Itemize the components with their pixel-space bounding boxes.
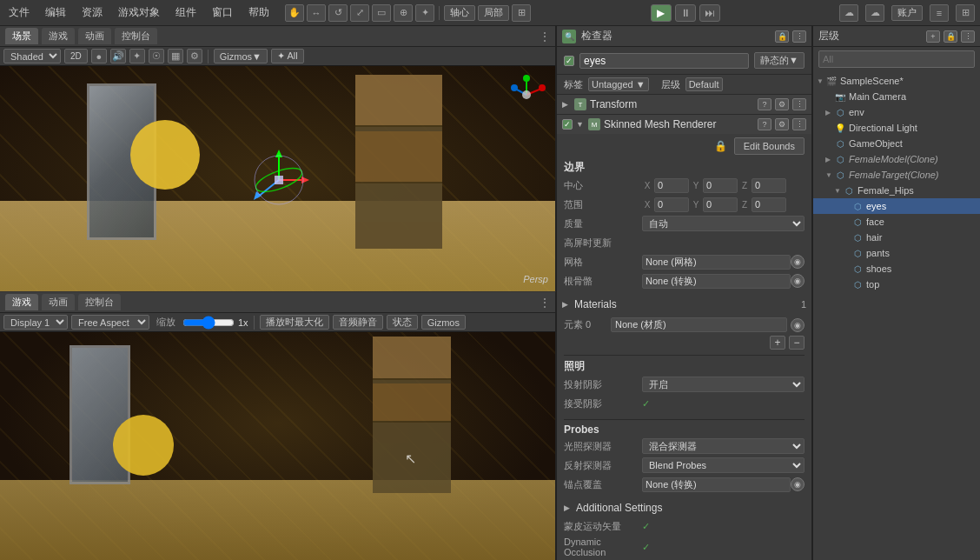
stats-toggle[interactable]: 状态 — [387, 315, 418, 330]
cloud-icon[interactable]: ☁ — [865, 4, 884, 22]
mute-audio[interactable]: 音频静音 — [333, 315, 383, 330]
lighting-toggle[interactable]: ● — [91, 49, 107, 63]
mat-element-value[interactable] — [611, 317, 787, 332]
game-gizmos[interactable]: Gizmos — [421, 315, 466, 330]
hierarchy-add[interactable]: + — [926, 30, 940, 43]
layer-dropdown[interactable]: Default — [685, 77, 723, 91]
remove-material-btn[interactable]: − — [789, 336, 805, 350]
hierarchy-gameobject[interactable]: ⬡ GameObject — [813, 136, 980, 151]
layers-icon[interactable]: ≡ — [930, 4, 949, 22]
transform-menu[interactable]: ⋮ — [792, 98, 806, 110]
hierarchy-env[interactable]: ▶ ⬡ env — [813, 104, 980, 120]
2d-toggle[interactable]: 2D — [64, 49, 88, 63]
move-tool[interactable]: ↔ — [307, 4, 326, 22]
mesh-picker[interactable]: ◉ — [791, 255, 805, 269]
center-y[interactable] — [703, 178, 738, 193]
hierarchy-pants[interactable]: ⬡ pants — [813, 245, 980, 261]
tab-game-main[interactable]: 游戏 — [5, 294, 38, 310]
layout-icon2[interactable]: ⊞ — [956, 4, 975, 22]
search-scene[interactable]: ⚙ — [187, 49, 202, 63]
active-checkbox[interactable]: ✓ — [564, 56, 574, 66]
all-filter[interactable]: ✦ All — [271, 49, 304, 63]
scene-menu-btn[interactable]: ⋮ — [540, 30, 550, 43]
object-name-input[interactable] — [579, 53, 749, 69]
menu-window[interactable]: 窗口 — [209, 3, 236, 22]
menu-file[interactable]: 文件 — [5, 3, 33, 22]
transform-help[interactable]: ? — [758, 98, 771, 110]
menu-help[interactable]: 帮助 — [245, 3, 273, 22]
quality-dropdown[interactable]: 自动 — [642, 216, 805, 231]
rotate-tool[interactable]: ↺ — [328, 4, 348, 22]
tab-game[interactable]: 游戏 — [42, 28, 75, 44]
smr-settings[interactable]: ⚙ — [775, 118, 789, 130]
pivot-toggle[interactable]: 轴心 — [444, 5, 475, 21]
add-material-btn[interactable]: + — [770, 336, 785, 350]
game-viewport[interactable]: ↖ — [0, 332, 555, 560]
maximize-on-play[interactable]: 播放时最大化 — [260, 315, 329, 330]
menu-gameobject[interactable]: 游戏对象 — [115, 3, 163, 22]
hierarchy-eyes[interactable]: ⬡ eyes — [813, 198, 980, 214]
reflection-probes-dropdown[interactable]: Blend Probes — [642, 457, 805, 473]
transform-header[interactable]: ▶ T Transform ? ⚙ ⋮ — [557, 95, 811, 114]
hierarchy-lock[interactable]: 🔒 — [944, 30, 957, 43]
hierarchy-scene-root[interactable]: ▼ 🎬 SampleScene* — [813, 73, 980, 89]
light-probes-dropdown[interactable]: 混合探测器 — [642, 438, 805, 454]
scene-viewport[interactable]: Persp — [0, 66, 555, 291]
hierarchy-top[interactable]: ⬡ top — [813, 277, 980, 292]
edit-bounds-btn[interactable]: Edit Bounds — [734, 137, 805, 155]
scale-tool[interactable]: ⤢ — [350, 4, 369, 22]
gizmos-dropdown[interactable]: Gizmos▼ — [214, 49, 268, 63]
menu-assets[interactable]: 资源 — [78, 3, 106, 22]
scale-slider[interactable] — [182, 317, 235, 328]
local-toggle[interactable]: 局部 — [478, 5, 509, 21]
step-button[interactable]: ⏭ — [699, 4, 720, 22]
smr-menu[interactable]: ⋮ — [792, 118, 806, 130]
inspector-lock[interactable]: 🔒 — [775, 30, 789, 43]
hierarchy-search[interactable] — [818, 50, 975, 68]
scene-visibility[interactable]: ☉ — [149, 49, 164, 63]
tab-anim[interactable]: 动画 — [42, 294, 75, 310]
hierarchy-shoes[interactable]: ⬡ shoes — [813, 261, 980, 277]
cast-shadows-dropdown[interactable]: 开启 — [642, 377, 805, 392]
hierarchy-female-hips[interactable]: ▼ ⬡ Female_Hips — [813, 183, 980, 198]
account-button[interactable]: 账户 — [891, 5, 923, 21]
grid-toggle[interactable]: ▦ — [168, 49, 183, 63]
pause-button[interactable]: ⏸ — [675, 4, 696, 22]
tab-scene[interactable]: 场景 — [5, 28, 38, 44]
transform-tool[interactable]: ⊕ — [394, 4, 413, 22]
hierarchy-main-camera[interactable]: 📷 Main Camera — [813, 89, 980, 104]
menu-edit[interactable]: 编辑 — [42, 3, 70, 22]
transform-settings[interactable]: ⚙ — [775, 98, 789, 110]
center-z[interactable] — [752, 178, 786, 193]
smr-help[interactable]: ? — [758, 118, 771, 130]
aspect-dropdown[interactable]: Free Aspect — [71, 315, 149, 330]
display-dropdown[interactable]: Display 1 — [3, 315, 68, 330]
root-bone-picker[interactable]: ◉ — [791, 274, 805, 288]
hierarchy-female-model[interactable]: ▶ ⬡ FemaleModel(Clone) — [813, 151, 980, 167]
additional-settings-header[interactable]: ▶ Additional Settings — [564, 498, 805, 517]
tag-dropdown[interactable]: Untagged ▼ — [588, 77, 649, 91]
extents-x[interactable] — [654, 197, 689, 212]
hierarchy-female-target[interactable]: ▼ ⬡ FemaleTarget(Clone) — [813, 167, 980, 183]
audio-toggle[interactable]: 🔊 — [110, 49, 126, 63]
hierarchy-directional-light[interactable]: 💡 Directional Light — [813, 120, 980, 136]
hierarchy-face[interactable]: ⬡ face — [813, 214, 980, 230]
inspector-menu[interactable]: ⋮ — [792, 30, 806, 43]
center-x[interactable] — [654, 178, 689, 193]
play-button[interactable]: ▶ — [651, 4, 672, 22]
tab-console[interactable]: 控制台 — [115, 28, 157, 44]
mesh-value[interactable] — [642, 255, 791, 270]
anchor-picker[interactable]: ◉ — [791, 477, 805, 491]
static-dropdown[interactable]: 静态的▼ — [754, 52, 805, 69]
skinned-mesh-header[interactable]: ✓ ▼ M Skinned Mesh Renderer ? ⚙ ⋮ — [557, 115, 811, 134]
smr-checkbox[interactable]: ✓ — [562, 119, 573, 130]
extents-z[interactable] — [752, 197, 786, 212]
collab-icon[interactable]: ☁ — [839, 4, 858, 22]
hierarchy-hair[interactable]: ⬡ hair — [813, 230, 980, 245]
custom-tool[interactable]: ✦ — [415, 4, 434, 22]
layout-icon[interactable]: ⊞ — [512, 4, 531, 22]
tab-cons[interactable]: 控制台 — [78, 294, 121, 310]
mat-picker[interactable]: ◉ — [791, 318, 805, 332]
extents-y[interactable] — [703, 197, 738, 212]
hand-tool[interactable]: ✋ — [285, 4, 304, 22]
